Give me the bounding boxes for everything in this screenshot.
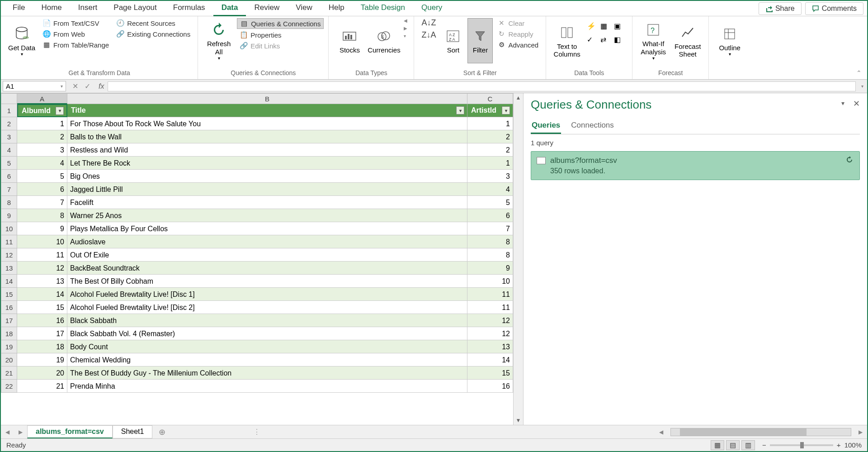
menu-tab-data[interactable]: Data (213, 0, 246, 16)
remove-dup-icon[interactable]: ▦ (600, 22, 612, 33)
row-header[interactable]: 11 (1, 235, 17, 248)
table-header-cell[interactable]: ArtistId▾ (467, 104, 513, 117)
cell[interactable]: 11 (17, 248, 67, 262)
column-header[interactable]: C (467, 93, 513, 104)
cell[interactable]: 11 (467, 301, 513, 314)
name-box[interactable]: A1▾ (3, 81, 66, 91)
table-row[interactable]: 5Big Ones3 (17, 170, 513, 183)
currencies-button[interactable]: $ Currencies (368, 18, 400, 63)
cell[interactable]: Plays Metallica By Four Cellos (67, 222, 467, 235)
cell[interactable]: Warner 25 Anos (67, 209, 467, 222)
row-header[interactable]: 18 (1, 327, 17, 340)
row-header[interactable]: 6 (1, 170, 17, 183)
table-row[interactable]: 7Facelift5 (17, 196, 513, 209)
cell[interactable]: 7 (17, 196, 67, 209)
table-row[interactable]: 15Alcohol Fueled Brewtality Live! [Disc … (17, 301, 513, 314)
add-sheet-button[interactable]: ⊕ (152, 427, 172, 437)
menu-tab-formulas[interactable]: Formulas (165, 0, 213, 16)
chevron-left-icon[interactable]: ◀ (404, 18, 407, 23)
from-text-csv-button[interactable]: 📄From Text/CSV (40, 18, 112, 28)
zoom-out-button[interactable]: − (762, 441, 766, 449)
stocks-button[interactable]: Stocks (333, 18, 366, 63)
horizontal-scrollbar[interactable] (670, 428, 851, 436)
hscroll-right[interactable]: ▶ (854, 429, 867, 435)
table-header-cell[interactable]: AlbumId▾ (17, 104, 67, 117)
page-layout-button[interactable]: ▤ (726, 440, 740, 450)
row-header[interactable]: 14 (1, 275, 17, 288)
from-web-button[interactable]: 🌐From Web (40, 29, 112, 39)
scroll-up-icon[interactable]: ▲ (514, 93, 523, 102)
cell[interactable]: Out Of Exile (67, 248, 467, 262)
table-row[interactable]: 20The Best Of Buddy Guy - The Millenium … (17, 366, 513, 380)
consolidate-icon[interactable]: ▣ (614, 22, 626, 33)
cell[interactable]: 8 (467, 248, 513, 262)
cell[interactable]: 20 (17, 366, 67, 380)
queries-connections-button[interactable]: ▤Queries & Connections (237, 18, 324, 29)
cell[interactable]: Alcohol Fueled Brewtality Live! [Disc 2] (67, 301, 467, 314)
menu-tab-view[interactable]: View (288, 0, 321, 16)
cell[interactable]: 10 (467, 275, 513, 288)
menu-tab-file[interactable]: File (5, 0, 33, 16)
table-header-cell[interactable]: Title▾ (67, 104, 467, 117)
normal-view-button[interactable]: ▦ (711, 440, 724, 450)
cell[interactable]: BackBeat Soundtrack (67, 262, 467, 275)
close-pane-button[interactable]: ✕ (853, 99, 860, 109)
sort-asc-icon[interactable]: A↓Z (421, 18, 436, 28)
menu-tab-query[interactable]: Query (413, 0, 450, 16)
cell[interactable]: 12 (17, 262, 67, 275)
hscroll-left[interactable]: ◀ (655, 429, 668, 435)
filter-dropdown-icon[interactable]: ▾ (56, 107, 64, 115)
pane-options-icon[interactable]: ▾ (841, 100, 844, 107)
filter-dropdown-icon[interactable]: ▾ (456, 106, 464, 114)
side-tab-connections[interactable]: Connections (570, 118, 615, 134)
cell[interactable]: Body Count (67, 340, 467, 353)
row-header[interactable]: 1 (1, 104, 17, 117)
query-item[interactable]: albums?format=csv 350 rows loaded. (531, 151, 860, 180)
table-row[interactable]: 19Chemical Wedding14 (17, 353, 513, 366)
sheet-nav-prev[interactable]: ◀ (1, 429, 14, 435)
row-header[interactable]: 20 (1, 353, 17, 366)
row-header[interactable]: 17 (1, 314, 17, 327)
table-row[interactable]: 10Audioslave8 (17, 235, 513, 248)
cell[interactable]: 8 (467, 235, 513, 248)
cell[interactable]: For Those About To Rock We Salute You (67, 117, 467, 130)
cell[interactable]: Prenda Minha (67, 380, 467, 393)
fx-icon[interactable]: fx (95, 82, 108, 90)
table-row[interactable]: 2Balls to the Wall2 (17, 130, 513, 143)
table-row[interactable]: 6Jagged Little Pill4 (17, 183, 513, 196)
cell[interactable]: 13 (467, 340, 513, 353)
cell[interactable]: 12 (467, 327, 513, 340)
page-break-button[interactable]: ▥ (741, 440, 755, 450)
cell[interactable]: 6 (17, 183, 67, 196)
cell[interactable]: 16 (17, 314, 67, 327)
table-row[interactable]: 17Black Sabbath Vol. 4 (Remaster)12 (17, 327, 513, 340)
relationships-icon[interactable]: ⇄ (600, 35, 612, 47)
cell[interactable]: 15 (467, 366, 513, 380)
cell[interactable]: 2 (17, 130, 67, 143)
vertical-scrollbar[interactable]: ▲ ▼ (513, 93, 523, 425)
cell[interactable]: 5 (17, 170, 67, 183)
table-row[interactable]: 4Let There Be Rock1 (17, 157, 513, 170)
collapse-ribbon-button[interactable]: ⌃ (851, 67, 867, 79)
sheet-tab[interactable]: albums_format=csv (27, 425, 113, 438)
manage-model-icon[interactable]: ◧ (614, 35, 626, 47)
comments-button[interactable]: Comments (805, 2, 863, 15)
sort-button[interactable]: A ZZ A Sort (440, 18, 466, 63)
cell[interactable]: Restless and Wild (67, 143, 467, 157)
row-header[interactable]: 7 (1, 183, 17, 196)
cell[interactable]: 6 (467, 209, 513, 222)
cell[interactable]: 19 (17, 353, 67, 366)
cell[interactable]: 4 (467, 183, 513, 196)
row-header[interactable]: 13 (1, 262, 17, 275)
share-button[interactable]: Share (759, 2, 802, 15)
row-header[interactable]: 2 (1, 117, 17, 130)
text-to-columns-button[interactable]: Text to Columns (551, 18, 583, 63)
cell[interactable]: 13 (17, 275, 67, 288)
cell[interactable]: 1 (467, 117, 513, 130)
get-data-button[interactable]: Get Data ▾ (5, 18, 38, 63)
chevron-down-icon[interactable]: ▾ (404, 33, 407, 38)
cell[interactable]: Facelift (67, 196, 467, 209)
menu-tab-help[interactable]: Help (321, 0, 353, 16)
cell[interactable]: 3 (17, 143, 67, 157)
cell[interactable]: 5 (467, 196, 513, 209)
